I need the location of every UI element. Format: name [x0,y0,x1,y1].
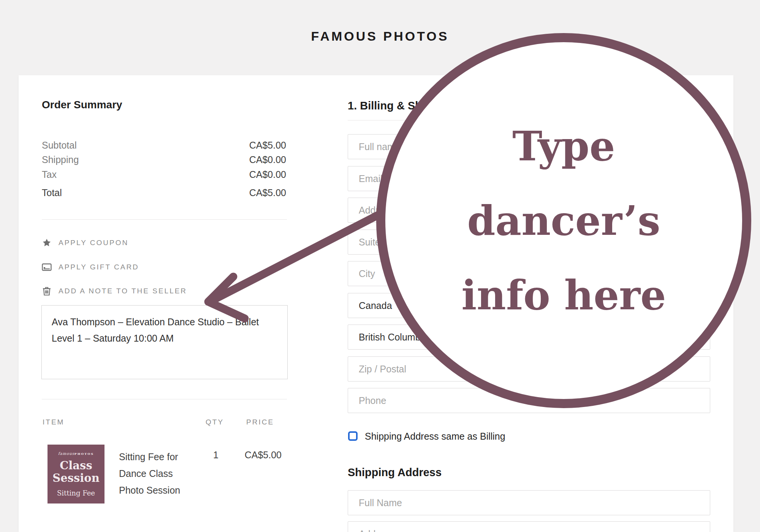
item-name-line-2: Dance Class [119,465,203,482]
summary-row-subtotal: Subtotal CA$5.00 [42,140,287,152]
item-name-line-1: Sitting Fee for [119,448,203,465]
brand-script-text: famous [58,451,74,456]
total-value: CA$5.00 [249,187,286,198]
add-note-button[interactable]: ADD A NOTE TO THE SELLER [42,285,187,297]
annotation-text-line-3: info here [461,258,666,332]
subtotal-value: CA$5.00 [249,140,286,151]
shipping-address-heading: Shipping Address [348,466,442,479]
apply-coupon-label: APPLY COUPON [59,239,128,247]
item-name: Sitting Fee for Dance Class Photo Sessio… [119,448,203,499]
apply-gift-card-label: APPLY GIFT CARD [59,263,139,271]
subtotal-label: Subtotal [42,140,77,151]
add-note-label: ADD A NOTE TO THE SELLER [59,287,187,295]
items-divider [42,399,287,399]
annotation-text-line-1: Type [512,109,615,184]
same-as-billing-checkbox[interactable] [348,431,358,441]
star-icon [42,238,52,248]
shipping-value: CA$0.00 [249,154,286,165]
product-brand-logo: famousPHOTOS [58,451,94,456]
annotation-circle: Type dancer’s info here [376,33,751,408]
shipping-address-input[interactable] [348,521,710,532]
item-price: CA$5.00 [233,450,282,461]
apply-coupon-button[interactable]: APPLY COUPON [42,237,128,249]
qty-column-header: QTY [206,418,224,426]
product-image-subtitle: Sitting Fee [57,489,95,497]
summary-row-total: Total CA$5.00 [42,187,287,200]
same-as-billing-label: Shipping Address same as Billing [365,431,505,442]
annotation-text-line-2: dancer’s [467,184,660,258]
gift-card-icon [42,262,52,272]
product-image-title-2: Session [52,472,100,484]
checkout-page: FAMOUS PHOTOS Order Summary Subtotal CA$… [0,0,760,532]
shipping-label: Shipping [42,154,79,165]
shipping-full-name-input[interactable] [348,490,710,515]
site-logo: FAMOUS PHOTOS [311,29,449,44]
trash-icon [42,286,52,296]
summary-row-tax: Tax CA$0.00 [42,169,287,181]
brand-caps-text: PHOTOS [74,452,94,456]
product-image: famousPHOTOS Class Session Sitting Fee [48,445,104,504]
note-to-seller-input[interactable]: Ava Thompson – Elevation Dance Studio – … [41,305,288,379]
item-column-header: ITEM [43,418,64,426]
item-name-line-3: Photo Session [119,482,203,499]
tax-value: CA$0.00 [249,169,286,180]
item-qty: 1 [206,450,226,461]
total-label: Total [42,187,62,198]
product-image-title-1: Class [60,459,92,472]
tax-label: Tax [42,169,57,180]
apply-gift-card-button[interactable]: APPLY GIFT CARD [42,261,139,273]
order-summary-heading: Order Summary [42,99,122,111]
summary-row-shipping: Shipping CA$0.00 [42,154,287,166]
summary-divider [42,219,287,220]
price-column-header: PRICE [246,418,274,426]
